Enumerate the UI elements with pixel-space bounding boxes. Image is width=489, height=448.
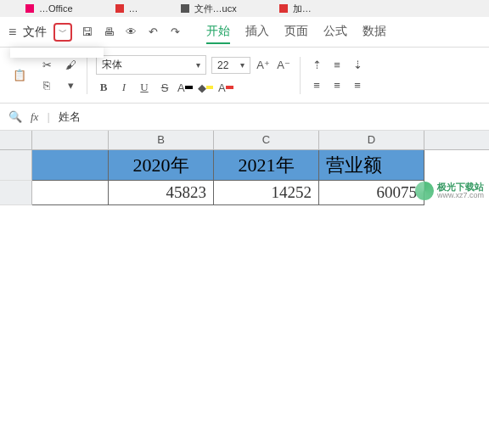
watermark: 极光下载站 www.xz7.com (415, 182, 484, 200)
table-header-row: 2020年 2021年 营业额 (0, 150, 489, 181)
font-family-select[interactable]: 宋体▾ (96, 55, 206, 75)
watermark-url: www.xz7.com (437, 192, 484, 199)
cell[interactable]: 14252 (214, 181, 319, 205)
doc-tab[interactable]: … (115, 3, 138, 14)
select-all-corner[interactable] (0, 131, 32, 149)
valign-bottom-icon[interactable]: ⇣ (350, 58, 365, 73)
valign-top-icon[interactable]: ⇡ (309, 58, 324, 73)
app-icon (25, 4, 34, 13)
spreadsheet: B C D 2020年 2021年 营业额 458231425260075 极光… (0, 131, 489, 205)
cell[interactable]: 2020年 (109, 150, 214, 181)
tab-formula[interactable]: 公式 (323, 20, 347, 44)
doc-tab[interactable]: 加… (279, 3, 312, 15)
font-color-button[interactable]: A (177, 80, 193, 95)
formula-bar: 🔍 fx | 姓名 (0, 104, 489, 131)
valign-middle-icon[interactable]: ≡ (329, 58, 345, 73)
copy-icon[interactable]: ⎘ (39, 78, 54, 93)
formula-value[interactable]: 姓名 (59, 109, 81, 125)
chevron-down-icon: ﹀ (59, 26, 67, 38)
doc-tabs: …Office … 文件…ucx 加… (0, 0, 489, 17)
row-header[interactable] (0, 181, 32, 205)
file-dropdown-button[interactable]: ﹀ (53, 23, 72, 42)
watermark-logo-icon (415, 182, 434, 200)
cell[interactable]: 45823 (109, 181, 214, 205)
format-painter-icon[interactable]: 🖌 (63, 58, 78, 73)
increase-font-icon[interactable]: A⁺ (256, 58, 271, 73)
tab-data[interactable]: 数据 (363, 20, 386, 44)
font-size-select[interactable]: 22▾ (211, 57, 250, 74)
cell[interactable]: 60075 (319, 181, 424, 205)
separator (87, 57, 87, 94)
col-header[interactable]: D (319, 131, 424, 149)
save-icon[interactable]: 🖫 (79, 25, 94, 40)
cell[interactable]: 2021年 (214, 150, 319, 181)
app-icon (181, 4, 189, 13)
chevron-down-icon: ▾ (240, 60, 244, 70)
align-center-icon[interactable]: ≡ (329, 78, 345, 93)
file-dropdown-menu (10, 48, 104, 58)
hamburger-icon[interactable]: ≡ (8, 25, 16, 40)
italic-button[interactable]: I (116, 80, 132, 95)
tab-insert[interactable]: 插入 (245, 20, 269, 44)
paste-icon[interactable]: 📋 (8, 64, 31, 87)
ribbon-tabs: 开始 插入 页面 公式 数据 (206, 20, 386, 44)
cut-icon[interactable]: ✂ (39, 58, 54, 73)
underline-button[interactable]: U (137, 80, 152, 95)
redo-icon[interactable]: ↷ (167, 25, 183, 40)
cell[interactable] (32, 181, 109, 205)
separator (300, 57, 301, 94)
cell[interactable] (32, 150, 109, 181)
align-right-icon[interactable]: ≡ (350, 78, 365, 93)
bold-button[interactable]: B (96, 80, 111, 95)
col-header[interactable] (32, 131, 109, 149)
app-icon (115, 4, 124, 13)
undo-icon[interactable]: ↶ (145, 25, 160, 40)
strike-button[interactable]: S (157, 80, 172, 95)
cell[interactable]: 营业额 (319, 150, 424, 181)
format-painter-dropdown-icon[interactable]: ▾ (63, 78, 78, 93)
doc-tab[interactable]: 文件…ucx (181, 3, 237, 15)
doc-tab[interactable]: …Office (25, 3, 73, 14)
fill-color-button[interactable]: ◆ (198, 80, 213, 95)
formula-search-icon[interactable]: 🔍 (8, 110, 22, 123)
preview-icon[interactable]: 👁 (123, 25, 138, 40)
row-header[interactable] (0, 150, 32, 181)
tab-start[interactable]: 开始 (206, 20, 230, 44)
col-header[interactable]: C (214, 131, 319, 149)
column-headers: B C D (0, 131, 489, 150)
chevron-down-icon: ▾ (196, 60, 200, 70)
highlight-color-button[interactable]: A (218, 80, 233, 95)
menubar: ≡ 文件 ﹀ 🖫 🖶 👁 ↶ ↷ 开始 插入 页面 公式 数据 (0, 17, 489, 48)
align-left-icon[interactable]: ≡ (309, 78, 324, 93)
tab-page[interactable]: 页面 (284, 20, 308, 44)
print-icon[interactable]: 🖶 (101, 25, 116, 40)
app-icon (279, 4, 288, 13)
fx-label[interactable]: fx (31, 110, 38, 124)
file-menu-label[interactable]: 文件 (23, 25, 47, 40)
col-header[interactable]: B (109, 131, 214, 149)
decrease-font-icon[interactable]: A⁻ (276, 58, 291, 73)
